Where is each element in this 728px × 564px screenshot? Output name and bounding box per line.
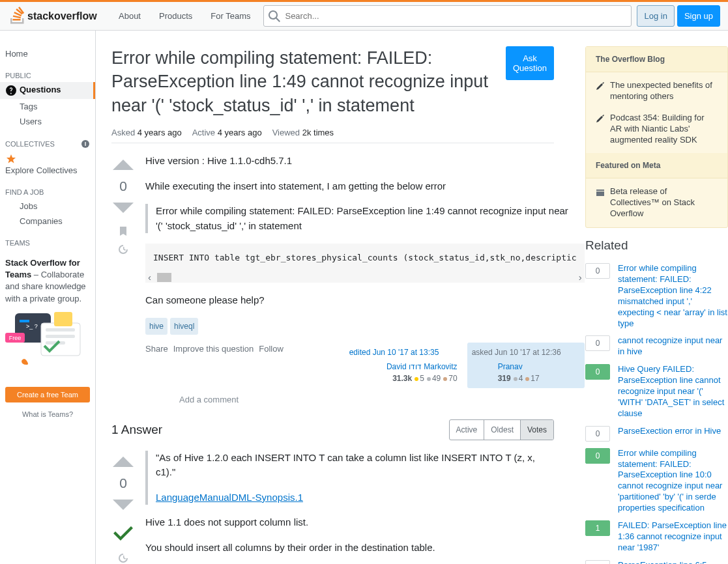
related-score: 0	[585, 426, 610, 442]
tag-hive[interactable]: hive	[145, 318, 167, 335]
blog-item[interactable]: Podcast 354: Building for AR with Nianti…	[586, 107, 727, 151]
blog-header: The Overflow Blog	[586, 47, 727, 72]
nav-products[interactable]: Products	[151, 7, 200, 25]
sidebar-jobs[interactable]: Jobs	[20, 201, 90, 211]
share-link[interactable]: Share	[145, 343, 168, 356]
related-score: 0	[585, 560, 610, 564]
sidebar-findjob-label: FIND A JOB	[0, 178, 95, 199]
history-icon[interactable]	[117, 244, 129, 255]
history-icon[interactable]	[117, 552, 129, 564]
nav-about[interactable]: About	[111, 7, 149, 25]
pencil-icon	[596, 114, 605, 123]
related-item[interactable]: 0ParseException line 6:5 cannot recogniz…	[585, 560, 728, 564]
meta-item[interactable]: Beta release of Collectives™ on Stack Ov…	[586, 181, 727, 225]
svg-rect-15	[598, 195, 602, 196]
question-vote-count: 0	[119, 178, 127, 194]
question-p2: While executing the insert into statemen…	[145, 179, 585, 194]
nav-teams[interactable]: For Teams	[203, 7, 258, 25]
related-item[interactable]: 0Error while compiling statement: FAILED…	[585, 263, 728, 329]
scroll-indicator[interactable]: ‹›	[145, 272, 585, 283]
related-link[interactable]: ParseException line 6:5 cannot recognize…	[618, 560, 728, 564]
meta-header: Featured on Meta	[586, 153, 727, 178]
tab-votes[interactable]: Votes	[520, 420, 553, 440]
sidebar-tags[interactable]: Tags	[20, 102, 90, 111]
related-item[interactable]: 1FAILED: ParseException line 1:36 cannot…	[585, 520, 728, 554]
answer-link[interactable]: LanguageManualDML-Synopsis.1	[156, 492, 303, 503]
related-item[interactable]: 0Hive Query FAILED: ParseException line …	[585, 364, 728, 419]
question-p1: Hive version : Hive 1.1.0-cdh5.7.1	[145, 154, 585, 169]
related-item[interactable]: 0Error while compiling statement: FAILED…	[585, 448, 728, 514]
asked-label: Asked	[111, 128, 135, 137]
tab-active[interactable]: Active	[450, 420, 484, 440]
related-link[interactable]: Error while compiling statement: FAILED:…	[618, 448, 728, 514]
owner-name[interactable]: Pranav	[498, 362, 523, 371]
question-title: Error while compiling statement: FAILED:…	[111, 46, 506, 117]
upvote-icon[interactable]	[111, 451, 135, 474]
blog-item[interactable]: The unexpected benefits of mentoring oth…	[586, 75, 727, 107]
svg-text:i: i	[85, 141, 87, 147]
logo[interactable]: stackoverflow	[8, 7, 106, 26]
create-team-button[interactable]: Create a free Team	[5, 387, 90, 402]
downvote-icon[interactable]	[111, 492, 135, 516]
tab-oldest[interactable]: Oldest	[484, 420, 520, 440]
follow-link[interactable]: Follow	[259, 343, 284, 356]
related-header: Related	[585, 238, 728, 253]
sidebar-users[interactable]: Users	[20, 117, 90, 126]
answers-count: 1 Answer	[111, 423, 162, 437]
related-score: 1	[585, 520, 610, 536]
answer-p2: You should insert all columns by their o…	[145, 541, 554, 556]
improve-link[interactable]: Improve this question	[173, 343, 254, 356]
bookmark-icon[interactable]	[117, 225, 129, 237]
downvote-icon[interactable]	[111, 195, 135, 219]
active-value: 4 years ago	[218, 128, 262, 137]
meta-icon	[596, 188, 605, 197]
tag-hiveql[interactable]: hiveql	[170, 318, 198, 335]
sidebar-explore[interactable]: Explore Collectives	[0, 151, 95, 178]
svg-rect-13	[596, 191, 604, 196]
sidebar-home[interactable]: Home	[5, 49, 93, 59]
related-link[interactable]: Error while compiling statement: FAILED:…	[618, 263, 728, 329]
asked-value: 4 years ago	[138, 128, 182, 137]
ask-question-button[interactable]: Ask Question	[506, 46, 554, 80]
question-code: INSERT INTO table tgt_ebr_stores_physica…	[145, 244, 585, 272]
editor-rep: 31.3k	[392, 374, 412, 383]
svg-text:>_ ?: >_ ?	[26, 323, 38, 330]
signup-button[interactable]: Sign up	[677, 5, 720, 27]
upvote-icon[interactable]	[111, 154, 135, 177]
svg-rect-9	[46, 328, 75, 331]
related-item[interactable]: 0ParseExection error in Hive	[585, 426, 728, 442]
editor-name[interactable]: David דודו Markovitz	[386, 362, 458, 371]
svg-rect-8	[41, 323, 80, 356]
related-score: 0	[585, 364, 610, 380]
related-item[interactable]: 0cannot recognize input near in hive	[585, 335, 728, 358]
edited-time[interactable]: edited Jun 10 '17 at 13:35	[349, 348, 439, 357]
svg-text:stackoverflow: stackoverflow	[27, 10, 97, 21]
svg-rect-10	[46, 335, 75, 338]
related-link[interactable]: Hive Query FAILED: ParseException line c…	[618, 364, 728, 419]
star-icon	[5, 154, 17, 165]
answer-quote: "As of Hive 1.2.0 each INSERT INTO T can…	[156, 451, 546, 480]
sidebar-public-label: PUBLIC	[0, 61, 95, 82]
owner-rep: 319	[498, 374, 511, 383]
accepted-check-icon	[111, 522, 135, 546]
asked-time: asked Jun 10 '17 at 12:36	[472, 346, 580, 358]
svg-text:Free: Free	[9, 335, 22, 341]
what-teams-link[interactable]: What is Teams?	[0, 410, 95, 418]
login-button[interactable]: Log in	[637, 5, 674, 27]
related-link[interactable]: ParseExection error in Hive	[618, 426, 728, 437]
related-link[interactable]: cannot recognize input near in hive	[618, 335, 728, 358]
sidebar-teams-label: TEAMS	[0, 229, 95, 249]
related-score: 0	[585, 448, 610, 464]
related-link[interactable]: FAILED: ParseException line 1:36 cannot …	[618, 520, 728, 554]
search-input[interactable]	[263, 5, 632, 27]
related-score: 0	[585, 335, 610, 351]
active-label: Active	[192, 128, 215, 137]
sidebar-companies[interactable]: Companies	[20, 216, 90, 226]
info-icon: i	[81, 139, 90, 148]
sidebar-questions[interactable]: Questions	[0, 82, 95, 99]
viewed-label: Viewed	[272, 128, 300, 137]
add-comment[interactable]: Add a comment	[179, 393, 585, 406]
question-p3: Can someone please help?	[145, 293, 585, 308]
search-icon	[269, 10, 280, 22]
svg-rect-14	[596, 190, 604, 191]
